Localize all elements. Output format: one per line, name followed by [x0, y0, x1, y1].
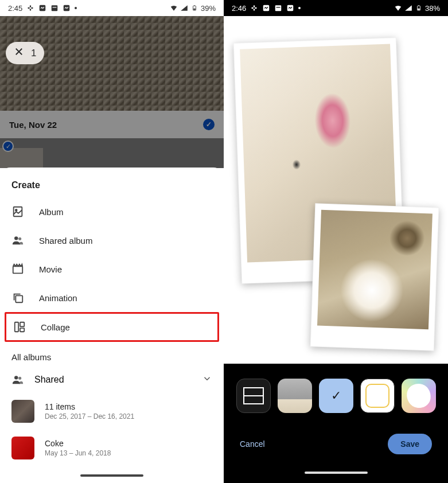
style-flower[interactable]: [402, 379, 436, 413]
all-albums-title: All albums: [0, 342, 224, 367]
notif-dot-icon: [298, 7, 301, 9]
messenger2-icon: [286, 4, 294, 12]
svg-rect-9: [193, 9, 195, 10]
menu-animation[interactable]: Animation: [0, 283, 224, 312]
date-header-row[interactable]: Tue, Nov 22 ✓: [0, 111, 224, 138]
create-sheet: Create Album Shared album Movie Animatio…: [0, 168, 224, 483]
style-grid[interactable]: [236, 379, 271, 413]
menu-animation-label: Animation: [39, 293, 77, 303]
selection-check-icon: ✓: [2, 141, 14, 152]
slack-icon: [26, 4, 34, 12]
svg-rect-2: [30, 5, 31, 7]
rounded-frame-icon: [365, 384, 389, 408]
svg-rect-18: [20, 322, 24, 326]
svg-rect-1: [31, 7, 33, 9]
status-battery: 39%: [201, 4, 216, 13]
svg-rect-27: [275, 5, 282, 11]
calendar-icon: [274, 4, 282, 12]
status-right: 39%: [170, 4, 216, 13]
selection-count: 1: [31, 48, 36, 59]
close-icon[interactable]: [14, 46, 24, 60]
signal-icon: [180, 4, 188, 12]
dog-photo-2: [317, 210, 433, 330]
svg-rect-15: [13, 266, 23, 273]
svg-rect-17: [15, 322, 18, 332]
battery-icon: [415, 4, 423, 12]
svg-rect-6: [53, 7, 57, 7]
svg-point-21: [18, 377, 21, 380]
menu-shared-album[interactable]: Shared album: [0, 226, 224, 255]
svg-rect-24: [254, 5, 255, 7]
status-bar-right: 2:46 38%: [224, 0, 448, 16]
status-bar-left: 2:45 39%: [0, 0, 224, 16]
wifi-icon: [170, 4, 178, 12]
svg-point-13: [14, 236, 18, 240]
collage-icon: [13, 321, 26, 333]
close-selection-chip[interactable]: 1: [6, 42, 44, 64]
selected-thumbnail[interactable]: [0, 148, 43, 168]
menu-shared-album-label: Shared album: [39, 236, 92, 246]
album-row-coke[interactable]: Coke May 13 – Jun 4, 2018: [0, 430, 224, 466]
animation-icon: [11, 291, 24, 304]
check-icon: ✓: [331, 388, 341, 403]
album-thumb: [11, 437, 34, 459]
svg-rect-19: [20, 328, 24, 332]
menu-movie[interactable]: Movie: [0, 255, 224, 283]
chevron-down-icon: [202, 373, 212, 386]
cancel-button[interactable]: Cancel: [240, 439, 265, 449]
svg-rect-22: [252, 7, 254, 9]
status-time: 2:46: [232, 4, 246, 13]
menu-album-label: Album: [39, 207, 64, 217]
album-row-11items[interactable]: 11 items Dec 25, 2017 – Dec 16, 2021: [0, 393, 224, 430]
status-battery: 38%: [425, 4, 440, 13]
album-thumb: [11, 400, 34, 423]
sheet-title: Create: [0, 168, 224, 197]
svg-rect-25: [254, 9, 255, 11]
calendar-icon: [50, 4, 59, 12]
polaroid-photo-2[interactable]: [310, 203, 439, 350]
messenger2-icon: [63, 4, 71, 12]
messenger-icon: [262, 4, 270, 12]
svg-rect-3: [30, 9, 31, 11]
album-icon: [11, 205, 24, 218]
style-film[interactable]: [278, 379, 312, 413]
nav-handle[interactable]: [80, 474, 143, 477]
menu-movie-label: Movie: [39, 264, 62, 274]
grid-layout-icon: [243, 387, 264, 404]
slack-icon: [250, 4, 258, 12]
save-button[interactable]: Save: [388, 434, 432, 454]
svg-rect-31: [418, 9, 419, 10]
menu-collage-label: Collage: [41, 322, 70, 332]
check-badge-icon[interactable]: ✓: [203, 119, 215, 130]
action-row: Cancel Save: [224, 420, 448, 454]
notif-dot-icon: [75, 7, 77, 9]
svg-point-14: [18, 237, 21, 240]
album-subtitle: Dec 25, 2017 – Dec 16, 2021: [45, 412, 134, 420]
collage-preview[interactable]: [224, 16, 448, 364]
messenger-icon: [38, 4, 46, 12]
menu-collage[interactable]: Collage: [6, 314, 217, 340]
shared-label: Shared: [34, 375, 64, 385]
date-header-text: Tue, Nov 22: [9, 120, 57, 130]
nav-handle[interactable]: [305, 472, 368, 474]
status-right: 38%: [394, 4, 440, 13]
album-name: Coke: [45, 439, 111, 448]
svg-rect-0: [28, 7, 30, 9]
style-polaroid-selected[interactable]: ✓: [319, 379, 353, 413]
svg-rect-10: [194, 5, 195, 6]
shared-row[interactable]: Shared: [0, 367, 224, 393]
phone-left: 2:45 39% 1 Tue, Nov 22 ✓: [0, 0, 224, 483]
svg-rect-28: [276, 7, 281, 7]
battery-icon: [190, 4, 198, 12]
menu-album[interactable]: Album: [0, 197, 224, 226]
status-left: 2:46: [232, 4, 301, 13]
svg-rect-16: [15, 295, 22, 302]
status-time: 2:45: [8, 4, 22, 13]
signal-icon: [404, 4, 412, 12]
svg-rect-5: [52, 5, 58, 11]
editor-bar: ✓ Cancel Save: [224, 364, 448, 483]
svg-point-20: [14, 376, 18, 379]
style-rounded[interactable]: [360, 379, 395, 413]
album-name: 11 items: [45, 402, 134, 411]
shared-icon: [11, 373, 24, 386]
